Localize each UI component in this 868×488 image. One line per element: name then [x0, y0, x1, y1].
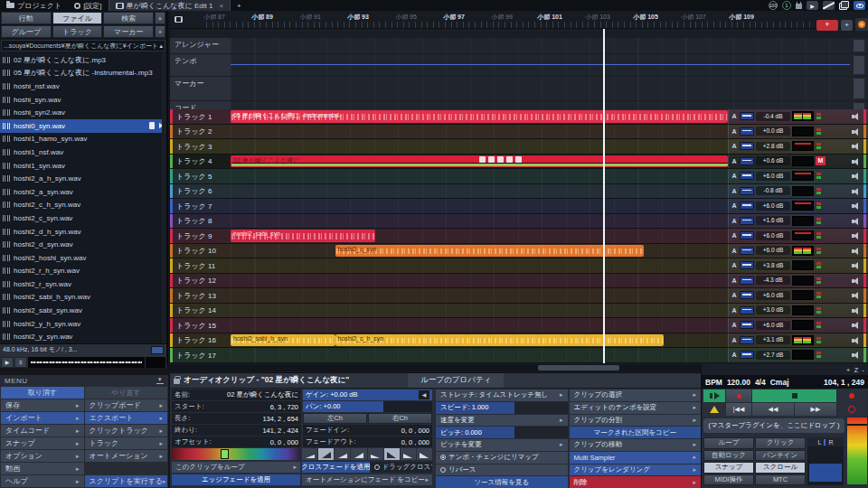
toggle-MTC[interactable]: MTC — [755, 474, 806, 486]
file-item[interactable]: hoshi1_nsf.wav — [0, 145, 166, 159]
file-item[interactable]: hoshi1_syn.wav — [0, 159, 166, 173]
volume-fader-icon[interactable] — [740, 202, 754, 210]
solo-indicator[interactable] — [816, 325, 821, 328]
automation-button[interactable]: A — [731, 218, 738, 224]
solo-indicator[interactable] — [816, 146, 821, 149]
automation-button[interactable]: A — [731, 202, 738, 209]
browser-tab-マーカー[interactable]: マーカー — [103, 25, 154, 38]
volume-fader-icon[interactable] — [740, 187, 754, 195]
tab-close-icon[interactable]: × — [219, 2, 223, 10]
track-name[interactable]: トラック 15 — [173, 318, 231, 333]
volume-fader-icon[interactable] — [740, 351, 754, 359]
mute-solo-indicators[interactable] — [816, 128, 822, 135]
solo-indicator[interactable] — [816, 311, 821, 314]
global-track-label[interactable]: マーカー — [170, 77, 231, 100]
track-lane[interactable] — [231, 304, 728, 318]
master-fader-track[interactable] — [807, 446, 844, 485]
volume-fader-icon[interactable] — [740, 321, 754, 329]
browser-tab-ファイル[interactable]: ファイル — [52, 12, 103, 24]
volume-db-value[interactable]: +3.0 dB — [756, 305, 790, 314]
browser-tab-トラック[interactable]: トラック — [52, 25, 103, 38]
mute-solo-indicators[interactable] — [816, 307, 822, 314]
file-item[interactable]: hoshi0_syn.wav — [0, 119, 166, 133]
loop-item-テンポ・チェンジにリマップ[interactable]: テンポ・チェンジにリマップ — [436, 452, 568, 464]
solo-indicator[interactable] — [816, 221, 821, 224]
drag-crossfade-button[interactable]: ドラッグクロスフェ... — [371, 462, 432, 473]
clip-color-palette[interactable] — [172, 448, 300, 460]
menu-item-やり直す[interactable]: やり直す — [85, 387, 168, 399]
mute-indicator[interactable] — [816, 232, 821, 235]
automation-button[interactable]: A — [731, 173, 738, 179]
global-track-control[interactable] — [854, 56, 864, 74]
fade-out-field[interactable]: フェードアウト: 0, 0 , 000 — [303, 436, 432, 447]
clip-field-名前:[interactable]: 名前:02 星が瞬くこんな夜に — [172, 389, 301, 400]
track-lane[interactable] — [231, 125, 728, 139]
mute-indicator[interactable] — [816, 173, 821, 175]
volume-fader-icon[interactable] — [740, 112, 754, 120]
track-overview-icon[interactable] — [175, 16, 183, 23]
browser-tab-検索[interactable]: 検索 — [103, 12, 154, 24]
mute-indicator[interactable] — [816, 352, 821, 354]
browser-tab-グループ[interactable]: グループ — [1, 25, 52, 38]
track-name[interactable]: トラック 7 — [173, 199, 231, 213]
solo-indicator[interactable] — [816, 281, 821, 284]
copy-fade-to-automation-button[interactable]: オートメーションにフェード をコピー▸ — [302, 474, 432, 485]
mute-indicator[interactable] — [816, 202, 821, 205]
mute-indicator[interactable] — [816, 218, 821, 221]
speaker-icon[interactable] — [852, 187, 862, 195]
menu-item-ヘルプ[interactable]: ヘルプ▸ — [1, 475, 84, 487]
solo-indicator[interactable] — [816, 117, 821, 119]
clip-action-item-Multi Sampler[interactable]: Multi Sampler▸ — [570, 452, 702, 464]
audio-clip[interactable]: hoshi2_c_h_syn — [335, 334, 664, 347]
volume-db-value[interactable]: +2.8 dB — [756, 142, 790, 151]
global-track-label[interactable]: アレンジャー — [170, 38, 231, 53]
mute-indicator[interactable] — [816, 143, 821, 145]
project-button[interactable]: プロジェクト — [0, 0, 68, 11]
track-lane[interactable] — [231, 169, 728, 183]
auto-play-button[interactable] — [703, 389, 725, 402]
track-name[interactable]: トラック 2 — [173, 125, 231, 139]
audio-clip[interactable]: 05 星が瞬くこんな夜に -Instrumental- — [231, 110, 728, 123]
edit-tab[interactable]: 星が瞬くこんな夜に Edit 1 × — [108, 0, 231, 11]
toggle-クリック[interactable]: クリック — [755, 437, 806, 449]
automation-button[interactable]: A — [731, 188, 738, 194]
gain-field[interactable]: ゲイン: +0.00 dB ◀ — [303, 389, 432, 400]
automation-button[interactable]: A — [731, 232, 738, 239]
speaker-icon[interactable] — [852, 172, 862, 180]
lock-icon[interactable] — [174, 379, 180, 384]
automation-button[interactable]: A — [731, 113, 738, 119]
file-item[interactable]: hoshi2_c_syn.wav — [0, 211, 166, 225]
track-name[interactable]: トラック 4 — [173, 155, 231, 169]
add-clip-button[interactable]: + — [816, 20, 838, 31]
track-lane[interactable] — [231, 348, 728, 362]
loop-item-リバース[interactable]: リバース — [436, 465, 568, 476]
track-name[interactable]: トラック 13 — [173, 288, 231, 303]
clip-action-item-マークされた区間をコピー[interactable]: マークされた区間をコピー — [570, 427, 702, 438]
plug-icon[interactable] — [796, 2, 802, 9]
menu-item-保存[interactable]: 保存▸ — [1, 399, 84, 411]
track-name[interactable]: トラック 5 — [173, 169, 231, 183]
track-name[interactable]: トラック 8 — [173, 214, 231, 229]
fade-shape-button[interactable] — [318, 448, 334, 460]
mute-indicator[interactable] — [816, 337, 821, 340]
fade-shape-button[interactable] — [417, 448, 432, 460]
track-name[interactable]: トラック 17 — [173, 348, 231, 362]
track-lane[interactable]: hoshi2_c_syn — [231, 244, 728, 258]
clip-loop-icon[interactable] — [488, 156, 495, 163]
solo-indicator[interactable] — [816, 355, 821, 358]
solo-indicator[interactable] — [816, 296, 821, 298]
fade-shape-button[interactable] — [384, 448, 400, 460]
menu-item-インポート[interactable]: インポート▸ — [1, 412, 84, 424]
file-item[interactable]: hoshi2_r_h_syn.wav — [0, 265, 166, 278]
file-item[interactable]: hoshi2_y_h_syn.wav — [0, 317, 166, 331]
toggle-自動ロック[interactable]: 自動ロック — [703, 450, 754, 462]
stop-button[interactable] — [752, 389, 836, 402]
mute-indicator[interactable] — [816, 277, 821, 280]
volume-fader-icon[interactable] — [740, 261, 754, 269]
key-signature[interactable]: Cmaj — [770, 378, 789, 387]
mute-solo-indicators[interactable] — [816, 292, 822, 298]
toggle-パンチイン[interactable]: パンチイン — [755, 450, 806, 462]
volume-fader-icon[interactable] — [740, 247, 754, 255]
timeline-ruler[interactable]: 小節 87小節 89小節 91小節 93小節 95小節 97小節 99小節 10… — [170, 11, 868, 29]
mute-solo-indicators[interactable] — [816, 337, 822, 343]
